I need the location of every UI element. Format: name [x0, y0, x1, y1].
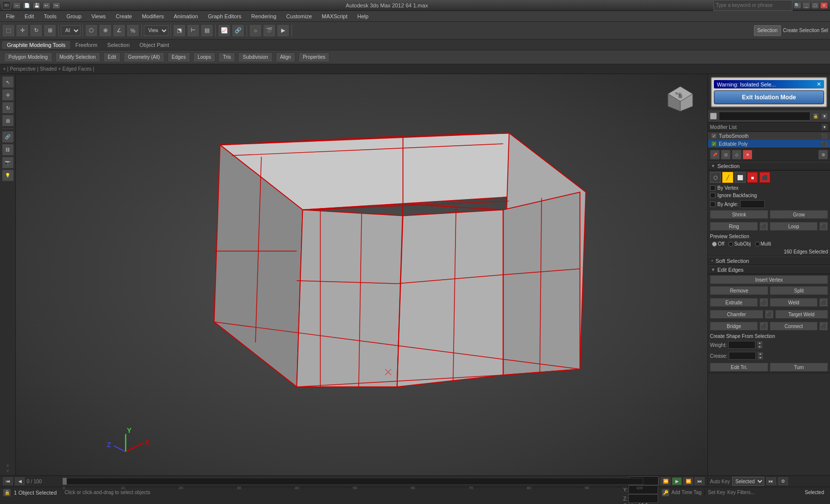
weld-settings-icon[interactable]: ⬛ [819, 298, 828, 307]
z-coord-input[interactable] [628, 494, 658, 503]
rotate-tool-left[interactable]: ↻ [2, 102, 14, 114]
menu-item-maxscript[interactable]: MAXScript [320, 12, 349, 20]
crease-up-icon[interactable]: ▲ [757, 352, 763, 356]
show-result-icon[interactable]: ⊡ [721, 150, 731, 160]
menu-item-tools[interactable]: Tools [42, 12, 59, 20]
chamfer-button[interactable]: Chamfer [710, 310, 763, 319]
loop-button[interactable]: Loop [770, 222, 818, 231]
ribbon-tab-1[interactable]: Freeform [70, 41, 102, 49]
rotate-tool[interactable]: ↻ [30, 24, 42, 37]
preview-off-option[interactable]: Off [712, 241, 724, 247]
polygon-icon[interactable]: ■ [747, 172, 758, 183]
element-icon[interactable]: ⬛ [759, 172, 770, 183]
ignore-backfacing-checkbox[interactable] [710, 193, 715, 198]
exit-isolation-button[interactable]: Exit Isolation Mode [714, 90, 824, 104]
camera-tool[interactable]: 📷 [2, 157, 14, 168]
connect-button[interactable]: Connect [770, 322, 818, 331]
redo-icon[interactable]: ↪ [52, 2, 60, 9]
object-settings-icon[interactable]: ▼ [821, 113, 828, 120]
render-setup[interactable]: 🎬 [263, 24, 276, 37]
key-icon[interactable]: 🔑 [662, 489, 669, 497]
time-config-icon[interactable]: ⚙ [778, 477, 788, 485]
edge-icon[interactable]: ╱ [722, 172, 733, 183]
menu-item-rendering[interactable]: Rendering [249, 12, 279, 20]
selection-section-header[interactable]: ▼ Selection [708, 162, 830, 170]
crease-input[interactable]: 0.0 [729, 352, 756, 360]
menu-item-group[interactable]: Group [64, 12, 83, 20]
key-mode-icon[interactable]: ⏭ [766, 477, 776, 485]
ribbon-item-edit[interactable]: Edit [103, 52, 121, 62]
crease-down-icon[interactable]: ▼ [757, 356, 763, 360]
target-weld-button[interactable]: Target Weld [775, 310, 829, 319]
make-unique-icon[interactable]: ◇ [732, 150, 742, 160]
edit-edges-header[interactable]: ▼ Edit Edges [708, 265, 830, 274]
split-button[interactable]: Split [770, 286, 828, 295]
ribbon-tab-2[interactable]: Selection [102, 41, 134, 49]
percent-snap[interactable]: % [126, 24, 139, 37]
prev-key-icon[interactable]: ◀ [15, 477, 25, 485]
scale-tool-left[interactable]: ⊞ [2, 115, 14, 126]
window-restore-icon[interactable]: □ [811, 2, 819, 9]
create-selection-button[interactable]: Selection [754, 25, 781, 36]
window-minimize-icon[interactable]: _ [802, 2, 810, 9]
angle-snap[interactable]: ∠ [113, 24, 125, 37]
ring-button[interactable]: Ring [710, 222, 758, 231]
bridge-button[interactable]: Bridge [710, 322, 758, 331]
move-tool-left[interactable]: ✛ [2, 89, 14, 101]
curve-editor[interactable]: 📈 [218, 24, 231, 37]
remove-button[interactable]: Remove [710, 286, 768, 295]
loop-settings-icon[interactable]: ⬛ [819, 222, 828, 231]
viewport-cube[interactable]: Top [663, 79, 698, 114]
reference-dropdown[interactable]: All [61, 25, 81, 36]
save-icon[interactable]: 💾 [33, 2, 41, 9]
soft-selection-header[interactable]: + Soft Selection [708, 256, 830, 265]
window-close-icon[interactable]: ✕ [820, 2, 828, 9]
ribbon-item-properties[interactable]: Properties [298, 52, 330, 62]
material-editor[interactable]: ○ [249, 24, 262, 37]
prev-frame-btn[interactable]: ⏪ [661, 477, 670, 485]
weight-up-icon[interactable]: ▲ [757, 341, 763, 345]
insert-vertex-button[interactable]: Insert Vertex [710, 275, 828, 284]
y-coord-input[interactable] [628, 485, 658, 494]
menu-item-help[interactable]: Help [355, 12, 371, 20]
lock-icon[interactable]: 🔒 [3, 489, 11, 497]
ribbon-item-subdivision[interactable]: Subdivision [238, 52, 272, 62]
ribbon-tab-0[interactable]: Graphite Modeling Tools [2, 41, 70, 49]
modifier-dropdown-icon[interactable]: ▼ [821, 124, 828, 130]
turn-button[interactable]: Turn [770, 363, 828, 372]
file-icon[interactable]: 📄 [23, 2, 31, 9]
selected-dropdown[interactable]: Selected [732, 477, 764, 486]
next-frame-btn[interactable]: ⏩ [683, 477, 693, 485]
remove-modifier-icon[interactable]: ✕ [743, 150, 752, 160]
bridge-settings-icon[interactable]: ⬛ [759, 322, 768, 331]
light-tool[interactable]: 💡 [2, 169, 14, 181]
select-filter-icon[interactable]: ⬡ [85, 24, 98, 37]
menu-item-customize[interactable]: Customize [284, 12, 314, 20]
timeline-track[interactable]: 0 10 20 30 40 50 60 70 80 90 100 [62, 478, 643, 485]
weld-button[interactable]: Weld [770, 298, 818, 307]
chamfer-settings-icon[interactable]: ⬛ [765, 310, 774, 319]
modifier-active-check[interactable]: ✓ [711, 141, 717, 147]
timeline-thumb[interactable] [63, 478, 67, 485]
by-vertex-checkbox[interactable] [710, 185, 715, 191]
prev-frame-icon[interactable]: ⏮ [3, 477, 13, 485]
link-tool[interactable]: 🔗 [2, 131, 14, 143]
search-input[interactable] [713, 0, 792, 11]
by-angle-checkbox[interactable] [710, 202, 715, 207]
preview-multi-option[interactable]: Multi [755, 241, 771, 247]
preview-subobj-option[interactable]: SubObj [728, 241, 750, 247]
menu-item-graph editors[interactable]: Graph Editors [206, 12, 244, 20]
configure-icon[interactable]: ⚙ [818, 150, 828, 160]
connect-settings-icon[interactable]: ⬛ [819, 322, 828, 331]
border-icon[interactable]: ⬜ [735, 172, 746, 183]
ribbon-item-edges[interactable]: Edges [167, 52, 190, 62]
modifier-check-icon[interactable]: ✓ [711, 133, 717, 139]
menu-item-modifiers[interactable]: Modifiers [140, 12, 166, 20]
object-name-input[interactable]: Box003 [719, 112, 810, 121]
weight-down-icon[interactable]: ▼ [757, 345, 763, 349]
move-tool[interactable]: ✛ [16, 24, 29, 37]
viewport-3d[interactable]: X Y Z Top [16, 74, 707, 475]
ribbon-item-polygon-modeling[interactable]: Polygon Modeling [4, 52, 52, 62]
warning-close-icon[interactable]: ✕ [817, 81, 821, 87]
scale-tool[interactable]: ⊞ [43, 24, 56, 37]
